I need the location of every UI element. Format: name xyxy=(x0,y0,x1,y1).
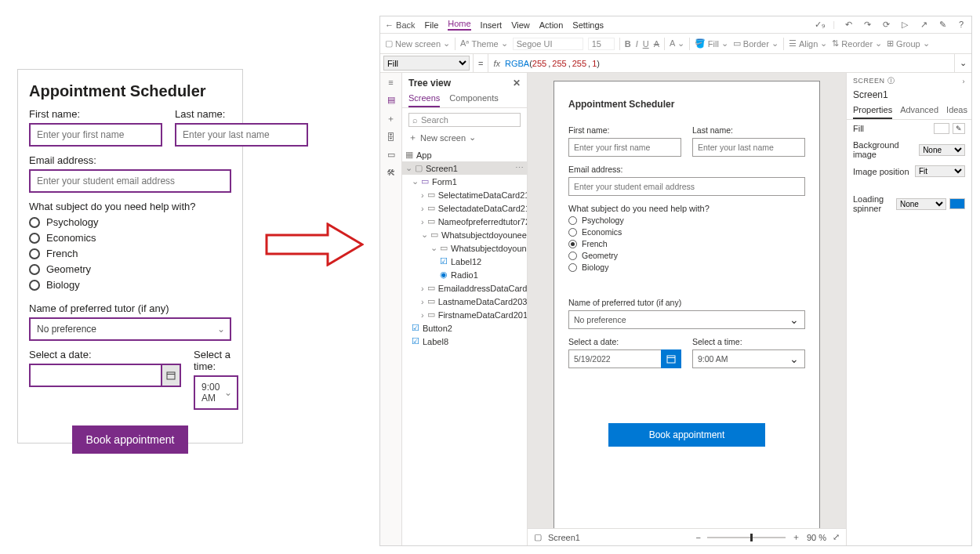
hamburger-icon[interactable]: ≡ xyxy=(388,78,393,87)
font-size-input[interactable]: 15 xyxy=(588,38,615,50)
formula-input[interactable]: RGBA(255, 255, 255, 1) xyxy=(505,54,954,72)
fullscreen-icon[interactable]: ⤢ xyxy=(833,532,840,542)
tree-node[interactable]: ›▭Nameofpreferredtutor7257DataCard xyxy=(402,215,527,228)
tree-node[interactable]: ›▭SelectatimeDataCard213 xyxy=(402,188,527,201)
tree-title: Tree view xyxy=(408,78,451,89)
email-input[interactable] xyxy=(568,177,805,196)
edit-fill-icon[interactable]: ✎ xyxy=(953,123,965,134)
tree-node-screen1[interactable]: ⌄▢Screen1⋯ xyxy=(402,161,527,175)
subject-radio-group[interactable]: Psychology Economics French Geometry Bio… xyxy=(29,216,231,291)
zoom-in-icon[interactable]: ＋ xyxy=(792,531,800,543)
book-appointment-button[interactable]: Book appointment xyxy=(72,425,189,454)
tree-node[interactable]: ☑Label12 xyxy=(402,255,527,268)
first-name-input[interactable] xyxy=(568,138,681,157)
tab-ideas[interactable]: Ideas xyxy=(946,105,967,119)
spinner-select[interactable]: None xyxy=(896,198,946,210)
advanced-tools-icon[interactable]: 🛠 xyxy=(387,168,395,177)
email-label: Email address: xyxy=(29,154,231,166)
tab-advanced[interactable]: Advanced xyxy=(900,105,938,119)
tree-view-icon[interactable]: ▤ xyxy=(387,95,395,105)
font-color-icon[interactable]: A ⌄ xyxy=(670,38,684,49)
insert-icon[interactable]: ＋ xyxy=(387,113,395,125)
tree-node-app[interactable]: ▦App xyxy=(402,148,527,161)
theme-button[interactable]: Aᵃ Theme ⌄ xyxy=(460,38,508,49)
group-button[interactable]: ⊞ Group ⌄ xyxy=(887,38,930,49)
tree-node[interactable]: ›▭SelectadateDataCard211 xyxy=(402,201,527,215)
tree-node[interactable]: ◉Radio1 xyxy=(402,268,527,281)
close-icon[interactable]: ✕ xyxy=(513,78,521,89)
back-button[interactable]: ← Back xyxy=(385,20,416,30)
fx-icon[interactable]: fx xyxy=(488,54,505,72)
zoom-slider[interactable] xyxy=(707,537,786,538)
data-icon[interactable]: 🗄 xyxy=(387,132,395,142)
underline-icon[interactable]: U xyxy=(643,39,649,49)
menu-insert[interactable]: Insert xyxy=(481,20,503,30)
time-select[interactable]: 9:00 AM xyxy=(692,349,805,368)
first-name-input[interactable] xyxy=(29,123,162,147)
bg-image-select[interactable]: None xyxy=(919,144,965,156)
subject-radio-group[interactable]: Psychology Economics French Geometry Bio… xyxy=(568,215,805,272)
tree-node[interactable]: ›▭LastnameDataCard203 xyxy=(402,295,527,308)
breadcrumb[interactable]: Screen1 xyxy=(548,533,580,542)
bold-icon[interactable]: B xyxy=(625,39,631,49)
email-input[interactable] xyxy=(29,169,231,193)
tab-components[interactable]: Components xyxy=(449,93,498,107)
new-screen-button[interactable]: ▢ New screen ⌄ xyxy=(385,38,450,49)
date-input[interactable] xyxy=(29,364,162,387)
date-label: Select a date: xyxy=(568,337,681,346)
menu-settings[interactable]: Settings xyxy=(572,20,604,30)
app-canvas[interactable]: Appointment Scheduler First name: Last n… xyxy=(554,81,820,528)
property-select[interactable]: Fill xyxy=(383,56,470,71)
reorder-button[interactable]: ⇅ Reorder ⌄ xyxy=(832,38,882,49)
tree-node[interactable]: ›▭FirstnameDataCard201 xyxy=(402,308,527,321)
app-checker-icon[interactable]: ✓₉ xyxy=(814,20,825,30)
fill-swatch[interactable] xyxy=(934,123,949,134)
tab-properties[interactable]: Properties xyxy=(853,105,892,119)
tree-node[interactable]: ⌄▭Form1 xyxy=(402,175,527,188)
help-icon[interactable]: ? xyxy=(956,20,967,30)
border-button[interactable]: ▭ Border ⌄ xyxy=(733,38,779,49)
zoom-out-icon[interactable]: − xyxy=(695,533,700,542)
tree-node[interactable]: ⌄▭Whatsubjectdoyouneed1124Vert xyxy=(402,241,527,255)
play-icon[interactable]: ▷ xyxy=(899,20,910,30)
media-icon[interactable]: ▭ xyxy=(387,150,395,160)
last-name-input[interactable] xyxy=(692,138,805,157)
menu-file[interactable]: File xyxy=(425,20,439,30)
tree-node[interactable]: ⌄▭Whatsubjectdoyouneed1124DataCard xyxy=(402,228,527,241)
share-icon[interactable]: ↗ xyxy=(918,20,929,30)
align-button[interactable]: ☰ Align ⌄ xyxy=(789,38,827,49)
tree-node[interactable]: ☑Button2 xyxy=(402,321,527,335)
last-name-input[interactable] xyxy=(175,123,308,147)
radio-icon xyxy=(568,252,577,260)
italic-icon[interactable]: I xyxy=(636,39,638,49)
time-select[interactable]: 9:00 AM xyxy=(194,375,238,410)
new-screen-button[interactable]: ＋ New screen ⌄ xyxy=(408,132,521,143)
menu-action[interactable]: Action xyxy=(539,20,564,30)
tutor-select[interactable]: No preference xyxy=(29,317,231,341)
strike-icon[interactable]: A xyxy=(654,39,659,49)
expand-formula-icon[interactable]: ⌄ xyxy=(954,54,971,72)
menu-home[interactable]: Home xyxy=(448,19,470,31)
book-appointment-button[interactable]: Book appointment xyxy=(608,423,765,447)
image-position-select[interactable]: Fit xyxy=(915,165,965,177)
tab-screens[interactable]: Screens xyxy=(408,93,440,107)
calendar-icon[interactable] xyxy=(661,349,681,368)
tree-node[interactable]: ›▭EmailaddressDataCard205 xyxy=(402,281,527,295)
menu-view[interactable]: View xyxy=(511,20,530,30)
info-icon[interactable]: ⓘ xyxy=(887,77,895,85)
refresh-icon[interactable]: ⟳ xyxy=(880,20,891,30)
save-icon[interactable]: ✎ xyxy=(937,20,948,30)
undo-icon[interactable]: ↶ xyxy=(843,20,854,30)
canvas-area: Appointment Scheduler First name: Last n… xyxy=(528,73,846,545)
chevron-right-icon[interactable]: › xyxy=(963,78,966,85)
fill-button[interactable]: 🪣 Fill ⌄ xyxy=(695,38,728,49)
spinner-color-swatch[interactable] xyxy=(949,198,965,209)
date-input[interactable] xyxy=(568,349,661,368)
redo-icon[interactable]: ↷ xyxy=(862,20,873,30)
tree-search-input[interactable]: ⌕ Search xyxy=(408,113,521,127)
search-icon: ⌕ xyxy=(412,115,418,125)
tutor-select[interactable]: No preference xyxy=(568,310,805,329)
tree-node[interactable]: ☑Label8 xyxy=(402,335,527,348)
font-select[interactable]: Segoe UI xyxy=(513,38,583,50)
calendar-icon[interactable] xyxy=(162,364,181,387)
